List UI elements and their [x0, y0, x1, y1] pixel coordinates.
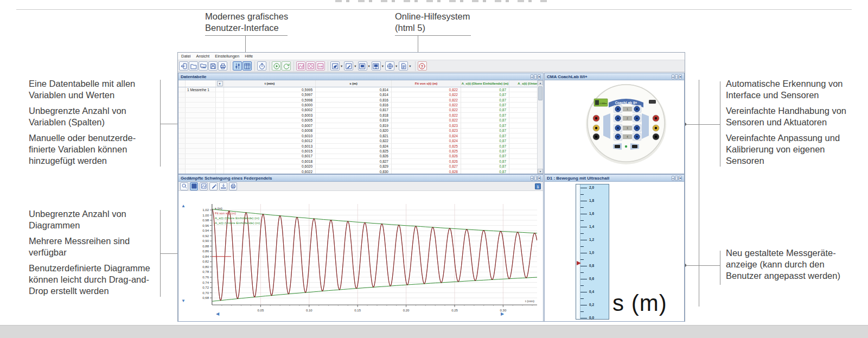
table-gutter — [178, 159, 185, 163]
table-gutter — [178, 138, 185, 143]
scroll-down-icon[interactable]: ▼ — [538, 169, 543, 174]
print-icon[interactable] — [218, 61, 227, 71]
annotation-paragraph: Benutzerdefinierte Diagrammekönnen leich… — [29, 263, 164, 297]
close-button[interactable]: × — [679, 176, 682, 181]
table-row[interactable]: 0,60130,8240,8250,870,82 — [178, 144, 537, 149]
value-icon[interactable]: 0.00 — [316, 61, 325, 71]
table-row[interactable]: 0,60050,8190,8220,870,82 — [178, 118, 537, 123]
save-icon[interactable] — [208, 61, 218, 71]
table-row[interactable]: 0,60150,8250,8250,870,82 — [178, 149, 537, 154]
table-cell: 0,6015 — [224, 149, 315, 153]
column-header[interactable]: A_s(t) (Untere Einhüllende) (m) — [509, 80, 537, 87]
print-icon[interactable] — [229, 182, 237, 190]
annotation-line: anzeige (kann durch den — [726, 259, 859, 270]
table-icon[interactable] — [242, 61, 252, 71]
start-icon[interactable] — [272, 61, 281, 71]
maximize-button[interactable]: □ — [675, 176, 678, 181]
note-icon[interactable] — [344, 61, 353, 71]
table-cell: 0,6008 — [224, 129, 315, 133]
scroll-thumb[interactable] — [538, 86, 542, 100]
display-icon[interactable] — [372, 61, 381, 71]
menu-item-hilfe[interactable]: Hilfe — [245, 54, 253, 59]
export-icon[interactable] — [219, 182, 227, 190]
pin-button[interactable]: – — [531, 176, 534, 181]
table-row[interactable]: 0,60100,8210,8240,870,82 — [178, 133, 537, 138]
pin-button[interactable]: – — [672, 74, 675, 79]
meter-tick-label: 1,2 — [589, 238, 594, 241]
column-header[interactable]: A_s(t) (Obere Einhüllende) (m) — [461, 80, 509, 87]
panel-icon[interactable] — [358, 61, 367, 71]
digital-port-right[interactable] — [632, 145, 637, 148]
repeat-icon[interactable] — [282, 61, 291, 71]
damped-oscillation-chart[interactable]: 1,021,000,980,960,940,920,900,880,860,84… — [179, 191, 543, 322]
column-header[interactable]: Fit von s(t) (m) — [391, 80, 461, 87]
help-icon[interactable]: ? — [418, 61, 427, 71]
settings-icon[interactable] — [233, 61, 242, 71]
chart-area[interactable]: 1,021,000,980,960,940,920,900,880,860,84… — [179, 191, 543, 322]
table-row[interactable]: 0,60000,8160,8220,870,82 — [178, 103, 537, 107]
timer-icon[interactable] — [257, 61, 266, 71]
web-dropdown-icon[interactable]: ▾ — [395, 64, 397, 68]
maximize-button[interactable]: □ — [534, 176, 537, 181]
toolbar-separator — [326, 61, 328, 71]
table-row[interactable]: 0,60030,8180,8220,870,82 — [178, 113, 537, 118]
scroll-up-icon[interactable]: ▲ — [538, 80, 543, 85]
table-row[interactable]: 0,60020,8170,8220,870,82 — [178, 108, 537, 113]
pan-left-icon[interactable]: ◀ — [216, 312, 219, 316]
table-row[interactable]: 0,60200,8290,8270,870,82 — [178, 164, 537, 169]
table-row[interactable]: 0,60120,8220,8240,870,82 — [178, 138, 537, 143]
menu-item-einstellungen[interactable]: Einstellungen — [215, 54, 239, 59]
close-button[interactable]: × — [538, 176, 541, 181]
table-row[interactable]: 0,59970,8140,8220,870,82 — [178, 92, 537, 97]
menu-item-ansicht[interactable]: Ansicht — [196, 54, 210, 59]
activity-icon[interactable] — [330, 61, 340, 71]
table-cell: 0,822 — [391, 108, 461, 112]
pin-button[interactable]: – — [531, 74, 534, 79]
annotation-paragraph: Unbegrenzte Anzahl vonVariablen (Spalten… — [29, 105, 164, 128]
table-row[interactable]: 0,60180,8270,8260,870,82 — [178, 159, 537, 164]
close-button[interactable]: × — [538, 74, 541, 79]
run-dropdown-icon[interactable]: ▾ — [217, 81, 223, 86]
pin-button[interactable]: – — [672, 176, 675, 181]
table-cell: 0,822 — [391, 113, 461, 117]
table-row[interactable]: 1 Messreihe 10,59950,8140,8220,870,82 — [178, 87, 537, 92]
annotation-line: Eine Datentabelle mit allen — [29, 78, 164, 90]
table-row[interactable]: 0,60080,8200,8230,870,82 — [178, 129, 537, 133]
maximize-button[interactable]: □ — [675, 74, 678, 79]
zoom-icon[interactable] — [180, 182, 188, 190]
display-dropdown-icon[interactable]: ▾ — [382, 64, 384, 68]
table-cell: 0,82 — [509, 149, 537, 153]
close-button[interactable]: × — [679, 74, 682, 79]
window-buttons: –□× — [671, 176, 682, 181]
open-cma-icon[interactable]: CMA — [199, 61, 208, 71]
table-row[interactable]: 0,60170,8260,8260,870,82 — [178, 154, 537, 159]
meter-icon[interactable] — [306, 61, 315, 71]
web-icon[interactable] — [385, 61, 394, 71]
note-dropdown-icon[interactable]: ▾ — [354, 64, 356, 68]
pan-up-icon[interactable]: ▲ — [181, 204, 186, 208]
panel-dropdown-icon[interactable]: ▾ — [368, 64, 370, 68]
run-badge[interactable]: 1 — [535, 183, 541, 189]
pan-right-icon[interactable]: ▶ — [501, 312, 504, 316]
edit-icon[interactable] — [209, 182, 218, 190]
document-icon[interactable] — [399, 61, 408, 71]
table-scrollbar[interactable]: ▲ ▼ — [537, 80, 543, 174]
table-row[interactable]: 0,60070,8190,8230,870,82 — [178, 123, 537, 128]
activity-dropdown-icon[interactable]: ▾ — [341, 64, 342, 68]
document-dropdown-icon[interactable]: ▾ — [409, 64, 411, 68]
graph-icon[interactable] — [296, 61, 305, 71]
open-icon[interactable] — [189, 61, 198, 71]
table-row[interactable]: 0,59980,8160,8220,870,82 — [178, 98, 537, 103]
exit-icon[interactable] — [179, 61, 188, 71]
column-header[interactable]: s (m) — [315, 80, 391, 87]
run-dropdown-cell — [215, 149, 224, 153]
graph-icon[interactable] — [200, 182, 208, 190]
digital-port-left[interactable] — [615, 145, 620, 148]
table-row[interactable]: 0,60220,8300,8280,870,82 — [178, 169, 537, 174]
table-cell: 0,828 — [391, 169, 461, 174]
menu-item-datei[interactable]: Datei — [181, 54, 191, 59]
column-header[interactable]: t (min) — [224, 80, 315, 87]
pan-icon[interactable] — [190, 182, 198, 190]
pan-down-icon[interactable]: ▼ — [181, 299, 186, 303]
maximize-button[interactable]: □ — [534, 74, 537, 79]
